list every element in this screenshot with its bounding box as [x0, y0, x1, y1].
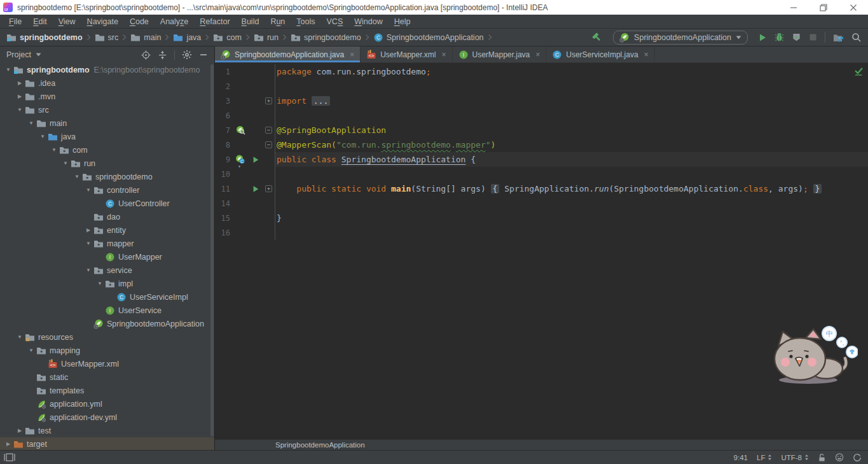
breadcrumb-src[interactable]: src	[93, 32, 120, 43]
locate-icon[interactable]	[141, 50, 151, 60]
tree-expand-arrow[interactable]: ▼	[26, 120, 36, 126]
tree-item-test[interactable]: ▶test	[0, 424, 214, 437]
tab-UserServiceImpl.java[interactable]: CUserServiceImpl.java×	[546, 46, 654, 62]
tree-item-.mvn[interactable]: ▶.mvn	[0, 90, 214, 103]
tree-expand-arrow[interactable]: ▼	[38, 134, 48, 139]
tree-expand-arrow[interactable]: ▼	[15, 107, 25, 113]
collapse-all-icon[interactable]	[158, 50, 167, 60]
tree-expand-arrow[interactable]: ▼	[72, 174, 82, 179]
build-project-button[interactable]	[591, 32, 603, 43]
close-tab-icon[interactable]: ×	[442, 50, 446, 59]
minimize-button[interactable]	[778, 0, 808, 15]
run-with-coverage-button[interactable]	[792, 32, 801, 42]
tree-expand-arrow[interactable]: ▶	[15, 428, 25, 433]
tree-item-controller[interactable]: ▼controller	[0, 183, 214, 197]
fold-marker-icon[interactable]: −	[265, 141, 272, 148]
line-separator-widget[interactable]: LF	[757, 454, 772, 461]
menu-tools[interactable]: Tools	[291, 17, 320, 26]
tree-item-mapper[interactable]: ▼mapper	[0, 237, 214, 250]
settings-icon[interactable]	[182, 50, 192, 60]
assistant-icon[interactable]	[834, 453, 844, 462]
menu-build[interactable]: Build	[236, 17, 265, 26]
close-tab-icon[interactable]: ×	[644, 50, 649, 59]
breadcrumb-springbootdemo[interactable]: springbootdemo	[289, 32, 362, 43]
tree-expand-arrow[interactable]: ▼	[26, 348, 36, 353]
tree-item-springbootdemo[interactable]: ▼springbootdemo	[0, 170, 214, 183]
tree-expand-arrow[interactable]: ▶	[15, 80, 25, 86]
tab-UserMapper.java[interactable]: IUserMapper.java×	[453, 46, 547, 62]
lock-icon[interactable]	[818, 453, 826, 462]
tree-item-main[interactable]: ▼main	[0, 116, 214, 130]
spring-scan-icon[interactable]	[236, 125, 245, 135]
caret-position-widget[interactable]: 9:41	[734, 454, 748, 461]
hide-icon[interactable]	[199, 50, 208, 59]
breadcrumb-SpringbootdemoApplication[interactable]: CSpringbootdemoApplication	[372, 32, 485, 43]
breadcrumb-run[interactable]: run	[252, 32, 280, 43]
tree-item-static[interactable]: static	[0, 370, 214, 384]
run-button[interactable]	[758, 33, 767, 42]
tree-item-java[interactable]: ▼java	[0, 130, 214, 143]
tree-item-UserController[interactable]: CUserController	[0, 197, 214, 210]
tree-item-SpringbootdemoApplication[interactable]: SpringbootdemoApplication	[0, 317, 214, 330]
tree-expand-arrow[interactable]: ▼	[49, 147, 59, 153]
fold-marker-icon[interactable]: +	[265, 97, 272, 104]
menu-file[interactable]: File	[3, 17, 27, 26]
menu-navigate[interactable]: Navigate	[81, 17, 124, 26]
menu-edit[interactable]: Edit	[27, 17, 53, 26]
menu-code[interactable]: Code	[124, 17, 155, 26]
tab-UserMapper.xml[interactable]: <>UserMapper.xml×	[361, 46, 452, 62]
breadcrumb-java[interactable]: java	[172, 32, 202, 43]
tree-item-.idea[interactable]: ▶.idea	[0, 76, 214, 90]
encoding-widget[interactable]: UTF-8	[781, 454, 809, 461]
tree-item-service[interactable]: ▼service	[0, 264, 214, 277]
menu-refactor[interactable]: Refactor	[194, 17, 235, 26]
fold-marker-icon[interactable]: +	[265, 185, 272, 192]
tree-item-target[interactable]: ▶target	[0, 437, 214, 450]
menu-view[interactable]: View	[53, 17, 81, 26]
run-config-selector[interactable]: SpringbootdemoApplication	[613, 31, 748, 45]
tree-item-src[interactable]: ▼src	[0, 103, 214, 116]
close-tab-icon[interactable]: ×	[350, 50, 354, 59]
tree-item-impl[interactable]: ▼impl	[0, 277, 214, 290]
tree-item-run[interactable]: ▼run	[0, 157, 214, 170]
menu-analyze[interactable]: Analyze	[155, 17, 194, 26]
breadcrumb-com[interactable]: com	[212, 32, 243, 43]
tool-window-switcher-icon[interactable]	[4, 453, 15, 462]
fold-marker-icon[interactable]: −	[265, 127, 272, 134]
debug-button[interactable]	[775, 32, 784, 42]
notifications-icon[interactable]	[853, 453, 862, 462]
tree-expand-arrow[interactable]: ▶	[3, 441, 13, 447]
tree-expand-arrow[interactable]: ▼	[3, 67, 13, 73]
breadcrumb-class[interactable]: SpringbootdemoApplication	[275, 441, 365, 449]
menu-help[interactable]: Help	[389, 17, 417, 26]
close-button[interactable]	[838, 0, 868, 15]
menu-window[interactable]: Window	[348, 17, 388, 26]
stop-button[interactable]	[809, 33, 817, 41]
menu-vcs[interactable]: VCS	[321, 17, 349, 26]
restore-button[interactable]	[808, 0, 838, 15]
run-gutter-icon[interactable]	[252, 156, 259, 164]
search-everywhere-button[interactable]	[851, 32, 862, 43]
tree-item-UserService[interactable]: IUserService	[0, 304, 214, 317]
tree-expand-arrow[interactable]: ▼	[83, 187, 93, 193]
tree-expand-arrow[interactable]: ▼	[60, 160, 71, 166]
inspections-ok-icon[interactable]	[853, 66, 864, 77]
tree-item-UserServiceImpl[interactable]: CUserServiceImpl	[0, 290, 214, 304]
tree-item-templates[interactable]: templates	[0, 384, 214, 397]
tree-item-dao[interactable]: dao	[0, 210, 214, 223]
tree-item-application.yml[interactable]: application.yml	[0, 397, 214, 411]
project-panel-title[interactable]: Project	[6, 50, 41, 59]
tree-expand-arrow[interactable]: ▼	[83, 267, 93, 273]
tree-item-resources[interactable]: ▼resources	[0, 330, 214, 344]
menu-run[interactable]: Run	[265, 17, 291, 26]
close-tab-icon[interactable]: ×	[535, 50, 540, 59]
tree-item-UserMapper[interactable]: IUserMapper	[0, 250, 214, 264]
tree-item-UserMapper.xml[interactable]: <>UserMapper.xml	[0, 357, 214, 370]
project-structure-button[interactable]	[833, 32, 844, 43]
tree-item-mapping[interactable]: ▼mapping	[0, 344, 214, 357]
tree-item-springbootdemo[interactable]: ▼springbootdemoE:\springboot\springbootd…	[0, 63, 214, 76]
breadcrumb-main[interactable]: main	[129, 32, 162, 43]
tree-expand-arrow[interactable]: ▶	[15, 94, 25, 99]
tree-expand-arrow[interactable]: ▼	[15, 334, 25, 340]
tree-item-application-dev.yml[interactable]: application-dev.yml	[0, 411, 214, 424]
